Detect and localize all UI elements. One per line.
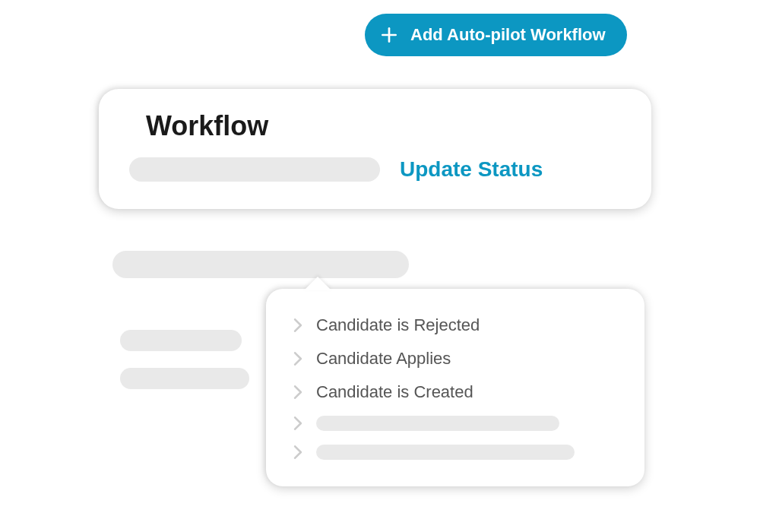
chevron-right-icon [292,446,304,458]
dropdown-placeholder [316,445,575,460]
option-placeholder-2 [120,368,249,389]
dropdown-item-label: Candidate is Rejected [316,315,480,335]
dropdown-item-placeholder[interactable] [289,438,622,467]
option-placeholder-1 [120,330,242,351]
add-workflow-label: Add Auto-pilot Workflow [410,25,606,45]
workflow-card: Workflow Update Status [99,89,651,209]
add-workflow-button[interactable]: Add Auto-pilot Workflow [365,14,627,56]
dropdown-item-label: Candidate is Created [316,382,473,402]
update-status-link[interactable]: Update Status [400,157,543,182]
workflow-row: Update Status [129,157,621,182]
dropdown-placeholder [316,416,559,431]
workflow-placeholder [129,157,380,182]
plus-icon [378,24,400,46]
chevron-right-icon [292,386,304,398]
trigger-dropdown: Candidate is Rejected Candidate Applies … [266,289,644,486]
dropdown-item-created[interactable]: Candidate is Created [289,375,622,409]
dropdown-item-placeholder[interactable] [289,409,622,438]
dropdown-item-label: Candidate Applies [316,349,451,369]
dropdown-caret-icon [304,277,331,290]
dropdown-item-rejected[interactable]: Candidate is Rejected [289,309,622,342]
chevron-right-icon [292,417,304,429]
workflow-title: Workflow [146,110,621,142]
dropdown-item-applies[interactable]: Candidate Applies [289,342,622,375]
chevron-right-icon [292,319,304,331]
chevron-right-icon [292,353,304,365]
trigger-placeholder [112,251,409,278]
